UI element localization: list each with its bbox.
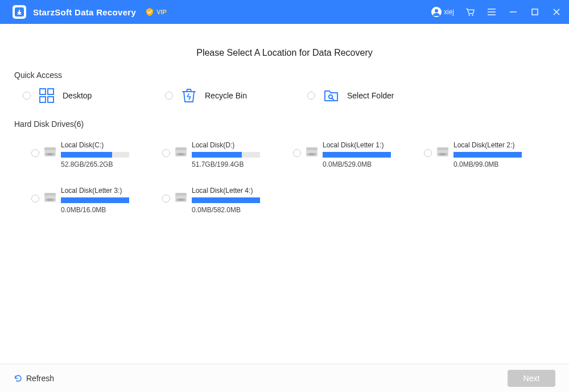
drive-radio[interactable]	[162, 149, 170, 157]
svg-rect-40	[175, 193, 187, 196]
drive-usage-text: 0.0MB/529.0MB	[323, 160, 391, 168]
cart-button[interactable]	[464, 6, 476, 18]
drive-name: Local Disk(Letter 3:)	[61, 187, 129, 195]
radio-select-folder[interactable]	[307, 92, 315, 100]
refresh-icon	[14, 374, 23, 383]
drive-info: Local Disk(D:) 51.7GB/199.4GB	[192, 141, 260, 168]
drive-info: Local Disk(Letter 2:) 0.0MB/99.0MB	[453, 141, 522, 168]
svg-rect-24	[175, 147, 187, 150]
refresh-button[interactable]: Refresh	[14, 374, 54, 383]
svg-rect-10	[532, 9, 538, 15]
quick-label-select-folder: Select Folder	[347, 91, 394, 100]
svg-text:SSD: SSD	[178, 199, 184, 201]
ssd-icon: SSD	[436, 147, 449, 158]
drive-usage-text: 0.0MB/99.0MB	[453, 160, 522, 168]
vip-label: VIP	[156, 9, 167, 15]
drive-name: Local Disk(Letter 2:)	[453, 141, 522, 149]
ssd-icon: SSD	[306, 147, 318, 158]
ssd-icon: SSD	[44, 192, 56, 204]
quick-item-desktop[interactable]: Desktop	[23, 86, 165, 105]
next-button-label: Next	[523, 374, 540, 383]
svg-rect-16	[48, 97, 53, 102]
quick-item-select-folder[interactable]: Select Folder	[307, 86, 450, 105]
svg-text:SSD: SSD	[47, 153, 53, 156]
ssd-icon: SSD	[44, 147, 56, 158]
recycle-bin-icon	[180, 86, 198, 105]
desktop-icon	[38, 86, 56, 105]
drive-usage-bar	[61, 152, 129, 158]
drive-usage-text: 0.0MB/16.0MB	[61, 206, 129, 214]
hamburger-icon	[486, 7, 497, 17]
drive-item[interactable]: SSD Local Disk(Letter 1:) 0.0MB/529.0MB	[293, 141, 424, 168]
svg-text:SSD: SSD	[440, 153, 446, 156]
drive-item[interactable]: SSD Local Disk(Letter 3:) 0.0MB/16.0MB	[31, 187, 162, 214]
drive-item[interactable]: SSD Local Disk(C:) 52.8GB/265.2GB	[31, 141, 162, 168]
titlebar: StarzSoft Data Recovery VIP xiej	[0, 0, 569, 24]
drive-radio[interactable]	[162, 195, 170, 203]
drive-usage-text: 52.8GB/265.2GB	[61, 160, 129, 168]
minimize-icon	[509, 7, 518, 16]
user-name: xiej	[444, 8, 454, 16]
select-folder-icon	[322, 86, 340, 105]
drive-radio[interactable]	[31, 149, 39, 157]
window-maximize-button[interactable]	[529, 6, 541, 18]
drives-grid: SSD Local Disk(C:) 52.8GB/265.2GB SSD Lo…	[14, 135, 555, 214]
drive-usage-bar	[192, 197, 260, 203]
ssd-icon: SSD	[175, 192, 187, 204]
window-minimize-button[interactable]	[508, 6, 519, 18]
drive-radio[interactable]	[31, 195, 39, 203]
drive-usage-bar	[61, 197, 129, 203]
svg-rect-13	[40, 89, 46, 94]
vip-shield-icon	[145, 7, 154, 16]
drive-usage-bar	[453, 152, 522, 158]
maximize-icon	[531, 8, 539, 16]
drive-name: Local Disk(Letter 1:)	[323, 141, 391, 149]
app-logo-icon	[13, 5, 26, 19]
svg-text:SSD: SSD	[178, 153, 184, 156]
quick-access-label: Quick Access	[14, 71, 555, 80]
quick-label-recycle-bin: Recycle Bin	[205, 91, 247, 100]
svg-point-3	[435, 9, 438, 13]
window-close-button[interactable]	[551, 6, 562, 18]
drive-usage-bar	[323, 152, 391, 158]
svg-rect-1	[17, 14, 22, 15]
svg-rect-28	[306, 147, 318, 150]
svg-rect-14	[48, 89, 53, 94]
app-title: StarzSoft Data Recovery	[33, 7, 136, 17]
drive-item[interactable]: SSD Local Disk(Letter 4:) 0.0MB/582.0MB	[162, 187, 293, 214]
quick-access-row: Desktop Recycle Bin	[14, 86, 555, 105]
close-icon	[552, 8, 560, 16]
drive-item[interactable]: SSD Local Disk(Letter 2:) 0.0MB/99.0MB	[424, 141, 555, 168]
page-heading: Please Select A Location for Data Recove…	[14, 48, 555, 58]
drive-radio[interactable]	[424, 149, 432, 157]
drive-info: Local Disk(Letter 4:) 0.0MB/582.0MB	[192, 187, 260, 214]
user-account-button[interactable]: xiej	[431, 7, 454, 17]
refresh-label: Refresh	[26, 374, 54, 383]
svg-line-18	[332, 98, 334, 100]
svg-point-4	[468, 14, 469, 15]
radio-recycle-bin[interactable]	[165, 92, 173, 100]
drive-item[interactable]: SSD Local Disk(D:) 51.7GB/199.4GB	[162, 141, 293, 168]
vip-badge[interactable]: VIP	[145, 7, 167, 16]
drive-radio[interactable]	[293, 149, 301, 157]
drive-usage-text: 51.7GB/199.4GB	[192, 160, 260, 168]
drive-info: Local Disk(Letter 3:) 0.0MB/16.0MB	[61, 187, 129, 214]
footer: Refresh Next	[0, 364, 569, 392]
drive-info: Local Disk(C:) 52.8GB/265.2GB	[61, 141, 129, 168]
quick-label-desktop: Desktop	[63, 91, 92, 100]
svg-text:SSD: SSD	[309, 153, 315, 156]
quick-item-recycle-bin[interactable]: Recycle Bin	[165, 86, 307, 105]
next-button[interactable]: Next	[508, 370, 555, 387]
drive-name: Local Disk(C:)	[61, 141, 129, 149]
main-area: Please Select A Location for Data Recove…	[0, 24, 569, 364]
svg-rect-15	[40, 97, 46, 102]
svg-rect-20	[44, 147, 56, 150]
drive-info: Local Disk(Letter 1:) 0.0MB/529.0MB	[323, 141, 391, 168]
menu-button[interactable]	[486, 6, 497, 18]
drive-usage-text: 0.0MB/582.0MB	[192, 206, 260, 214]
svg-rect-32	[437, 147, 448, 150]
cart-icon	[465, 7, 475, 17]
svg-point-5	[472, 14, 473, 15]
radio-desktop[interactable]	[23, 92, 31, 100]
svg-rect-36	[44, 193, 56, 196]
